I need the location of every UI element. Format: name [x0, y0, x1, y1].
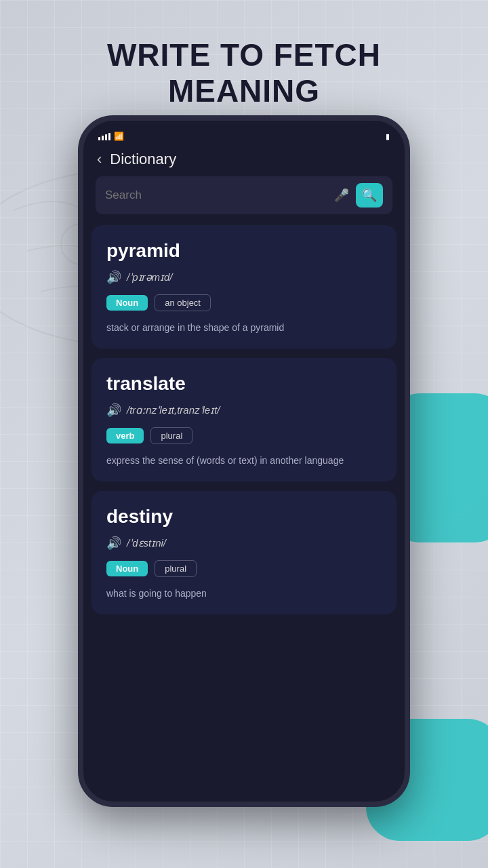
- pronunciation-row-destiny: 🔊 /ˈdɛstɪni/: [106, 536, 382, 551]
- tag-verb-translate: verb: [106, 428, 144, 443]
- pronunciation-row-translate: 🔊 /trɑːnzˈleɪt,tranzˈleɪt/: [106, 403, 382, 418]
- scroll-area[interactable]: pyramid 🔊 /ˈpɪrəmɪd/ Noun an object stac…: [83, 225, 405, 807]
- signal-bar-1: [98, 137, 100, 140]
- status-left: 📶: [98, 132, 124, 141]
- tag-outline-pyramid: an object: [155, 294, 211, 311]
- speaker-icon-translate[interactable]: 🔊: [106, 403, 121, 418]
- search-bar[interactable]: 🎤 🔍: [96, 176, 392, 214]
- mic-icon[interactable]: 🎤: [334, 188, 349, 203]
- word-pyramid: pyramid: [106, 240, 382, 262]
- pronunciation-row-pyramid: 🔊 /ˈpɪrəmɪd/: [106, 270, 382, 285]
- dict-card-pyramid: pyramid 🔊 /ˈpɪrəmɪd/ Noun an object stac…: [92, 225, 396, 349]
- signal-bar-2: [102, 136, 104, 140]
- definition-translate: express the sense of (words or text) in …: [106, 454, 382, 468]
- search-icon: 🔍: [362, 188, 377, 203]
- wifi-icon: 📶: [114, 132, 124, 141]
- dict-card-destiny: destiny 🔊 /ˈdɛstɪni/ Noun plural what is…: [92, 491, 396, 614]
- signal-bar-3: [105, 134, 107, 140]
- pronunciation-destiny: /ˈdɛstɪni/: [127, 537, 166, 549]
- definition-pyramid: stack or arrange in the shape of a pyram…: [106, 321, 382, 335]
- tags-row-destiny: Noun plural: [106, 560, 382, 577]
- tag-outline-destiny: plural: [155, 560, 197, 577]
- speaker-icon-pyramid[interactable]: 🔊: [106, 270, 121, 285]
- pronunciation-translate: /trɑːnzˈleɪt,tranzˈleɪt/: [127, 404, 220, 416]
- word-destiny: destiny: [106, 506, 382, 528]
- status-right: ▮: [386, 132, 390, 141]
- app-header: ‹ Dictionary: [83, 145, 405, 176]
- phone-mockup: 📶 ▮ ‹ Dictionary 🎤 🔍 pyramid 🔊 /ˈpɪrəmɪd…: [78, 115, 410, 807]
- app-title: Dictionary: [110, 151, 176, 168]
- definition-destiny: what is going to happen: [106, 587, 382, 601]
- back-button[interactable]: ‹: [97, 151, 102, 168]
- dict-card-translate: translate 🔊 /trɑːnzˈleɪt,tranzˈleɪt/ ver…: [92, 358, 396, 481]
- signal-bar-4: [108, 133, 110, 140]
- search-button[interactable]: 🔍: [356, 183, 383, 208]
- word-translate: translate: [106, 373, 382, 395]
- main-heading: WRITE TO FETCH MEANING: [0, 37, 488, 109]
- pronunciation-pyramid: /ˈpɪrəmɪd/: [127, 271, 173, 283]
- phone-notch: [197, 121, 291, 138]
- tag-noun-pyramid: Noun: [106, 295, 148, 311]
- speaker-icon-destiny[interactable]: 🔊: [106, 536, 121, 551]
- tag-noun-destiny: Noun: [106, 561, 148, 576]
- tag-outline-translate: plural: [150, 427, 192, 444]
- battery-icon: ▮: [386, 132, 390, 141]
- tags-row-pyramid: Noun an object: [106, 294, 382, 311]
- tags-row-translate: verb plural: [106, 427, 382, 444]
- search-input[interactable]: [105, 189, 327, 202]
